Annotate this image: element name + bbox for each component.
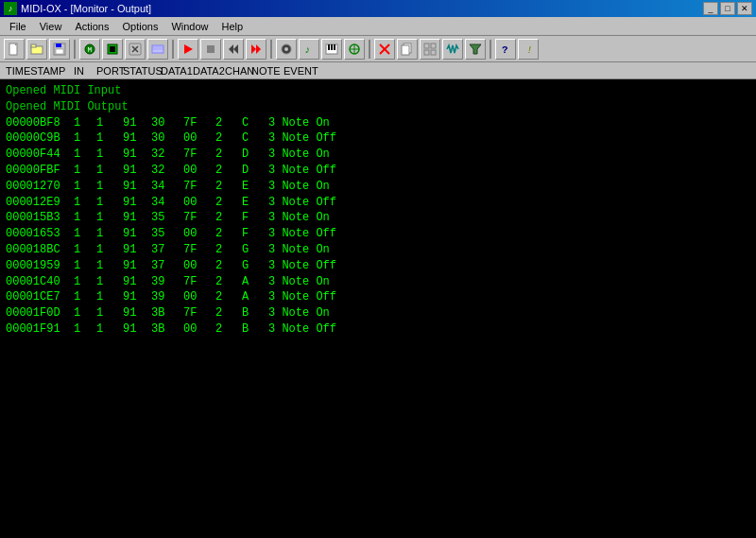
svg-rect-6 (56, 49, 63, 54)
svg-rect-18 (207, 45, 215, 53)
data-row: 000015B31 1 91 35 7F 2 F 3 Note On (6, 210, 750, 226)
toolbar-rewind-btn[interactable] (223, 39, 244, 60)
toolbar-sep-1 (74, 40, 76, 59)
toolbar-info-btn[interactable]: ! (518, 39, 539, 60)
toolbar-sep-3 (270, 40, 272, 59)
toolbar-record-btn[interactable] (178, 39, 198, 60)
data-row: 00000FBF1 1 91 32 00 2 D 3 Note Off (6, 163, 750, 179)
svg-rect-37 (424, 43, 429, 48)
system-line-1: Opened MIDI Input (6, 83, 750, 99)
maximize-button[interactable]: □ (720, 2, 735, 15)
toolbar-new-btn[interactable] (4, 39, 25, 60)
toolbar-sep-5 (490, 40, 491, 59)
col-note: NOTE (251, 65, 284, 77)
data-row: 00001F0D1 1 91 3B 7F 2 B 3 Note On (6, 305, 750, 321)
column-headers: TIMESTAMP IN PORT STATUS DATA1 DATA2 CHA… (0, 62, 756, 79)
toolbar-open-btn[interactable] (26, 39, 47, 60)
toolbar-midi-btn[interactable] (276, 39, 297, 60)
menu-window[interactable]: Window (165, 17, 214, 35)
data-row: 000018BC1 1 91 37 7F 2 G 3 Note On (6, 242, 750, 258)
menu-file[interactable]: File (4, 17, 32, 35)
data-row: 00001CE71 1 91 39 00 2 A 3 Note Off (6, 289, 750, 305)
svg-rect-5 (56, 43, 61, 47)
col-timestamp: TIMESTAMP (6, 65, 74, 77)
toolbar-fwd-btn[interactable] (246, 39, 266, 60)
data-row: 000016531 1 91 35 00 2 F 3 Note Off (6, 226, 750, 242)
svg-rect-39 (424, 50, 429, 55)
svg-rect-3 (31, 44, 36, 47)
col-status: STATUS (123, 65, 161, 77)
col-data1: DATA1 (161, 65, 193, 77)
data-row: 00000F441 1 91 32 7F 2 D 3 Note On (6, 147, 750, 163)
svg-text:?: ? (502, 44, 508, 56)
toolbar-piano-btn[interactable] (321, 39, 342, 60)
data-row: 000019591 1 91 37 00 2 G 3 Note Off (6, 258, 750, 274)
toolbar-note-btn[interactable]: ♪ (299, 39, 319, 60)
svg-rect-10 (110, 46, 115, 52)
toolbar: M ♪ (0, 36, 756, 62)
toolbar-btn6[interactable] (125, 39, 146, 60)
svg-rect-29 (334, 44, 335, 50)
col-data2: DATA2 (193, 65, 225, 77)
svg-marker-21 (251, 44, 256, 54)
window-controls: _ □ ✕ (703, 2, 752, 15)
svg-text:M: M (88, 45, 93, 54)
data-row: 00001C401 1 91 39 7F 2 A 3 Note On (6, 274, 750, 290)
toolbar-help-btn[interactable]: ? (495, 39, 516, 60)
title-bar: ♪ MIDI-OX - [Monitor - Output] _ □ ✕ (0, 0, 756, 17)
toolbar-btn4[interactable]: M (79, 39, 100, 60)
toolbar-filter-btn[interactable] (465, 39, 486, 60)
close-button[interactable]: ✕ (737, 2, 752, 15)
menu-view[interactable]: View (34, 17, 68, 35)
col-chan: CHAN (225, 65, 251, 77)
toolbar-btn5[interactable] (102, 39, 123, 60)
col-in: IN (74, 65, 96, 77)
toolbar-stop-btn[interactable] (200, 39, 221, 60)
title-text: MIDI-OX - [Monitor - Output] (21, 3, 699, 14)
system-line-2: Opened MIDI Output (6, 99, 750, 115)
toolbar-grid-btn[interactable] (420, 39, 440, 60)
toolbar-sep-4 (369, 40, 370, 59)
svg-text:♪: ♪ (304, 44, 311, 56)
col-port: PORT (96, 65, 123, 77)
menu-options[interactable]: Options (116, 17, 163, 35)
svg-rect-40 (431, 50, 436, 55)
menu-bar: File View Actions Options Window Help (0, 17, 756, 36)
menu-actions[interactable]: Actions (69, 17, 114, 35)
toolbar-btn7[interactable] (147, 39, 168, 60)
svg-marker-22 (256, 44, 261, 54)
toolbar-map-btn[interactable] (344, 39, 365, 60)
svg-marker-41 (470, 44, 481, 54)
toolbar-save-btn[interactable] (49, 39, 70, 60)
toolbar-copy-btn[interactable] (397, 39, 418, 60)
svg-rect-38 (431, 43, 436, 48)
monitor-output[interactable]: Opened MIDI Input Opened MIDI Output 000… (0, 79, 756, 538)
data-row: 00001F911 1 91 3B 00 2 B 3 Note Off (6, 321, 750, 338)
app-icon: ♪ (4, 2, 17, 15)
data-row: 00000BF81 1 91 30 7F 2 C 3 Note On (6, 115, 750, 131)
data-row: 000012E91 1 91 34 00 2 E 3 Note Off (6, 195, 750, 211)
minimize-button[interactable]: _ (703, 2, 718, 15)
data-row: 00000C9B1 1 91 30 00 2 C 3 Note Off (6, 130, 750, 147)
toolbar-x-btn[interactable] (374, 39, 395, 60)
svg-text:!: ! (526, 44, 533, 56)
svg-marker-19 (229, 44, 233, 54)
menu-help[interactable]: Help (216, 17, 249, 35)
data-row: 000012701 1 91 34 7F 2 E 3 Note On (6, 179, 750, 195)
svg-rect-27 (328, 44, 330, 50)
toolbar-sep-2 (172, 40, 174, 59)
col-event: EVENT (284, 65, 359, 77)
svg-rect-36 (402, 45, 409, 55)
toolbar-wave-btn[interactable] (442, 39, 463, 60)
svg-point-24 (284, 47, 288, 51)
svg-rect-28 (331, 44, 333, 50)
svg-marker-20 (233, 44, 238, 54)
svg-marker-17 (184, 44, 193, 54)
